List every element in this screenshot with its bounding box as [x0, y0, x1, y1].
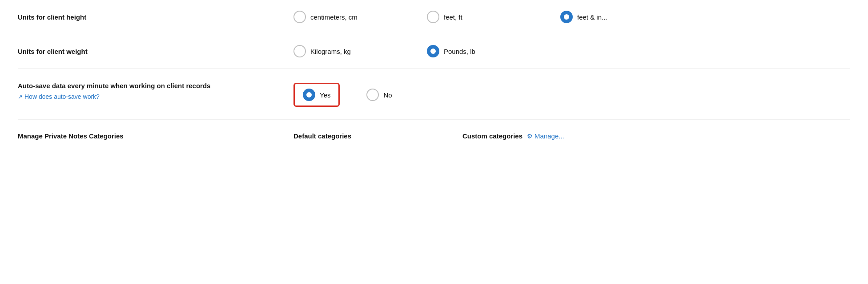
manage-link-text: Manage... — [534, 132, 564, 140]
height-cm-option[interactable]: centimeters, cm — [293, 11, 391, 23]
client-weight-options: Kilograms, kg Pounds, lb — [293, 45, 850, 57]
auto-save-label: Auto-save data every minute when working… — [18, 82, 210, 89]
weight-lb-label: Pounds, lb — [444, 48, 475, 55]
auto-save-no-radio[interactable] — [366, 89, 379, 101]
auto-save-label-col: Auto-save data every minute when working… — [18, 81, 293, 100]
auto-save-no-option[interactable]: No — [366, 89, 464, 101]
auto-save-yes-option[interactable]: Yes — [293, 83, 340, 107]
height-ftin-radio[interactable] — [560, 11, 573, 23]
auto-save-options: Yes No — [293, 81, 850, 107]
settings-container: Units for client height centimeters, cm … — [0, 0, 868, 145]
weight-lb-radio[interactable] — [427, 45, 439, 57]
height-ft-radio[interactable] — [427, 11, 439, 23]
default-categories-item: Default categories — [293, 132, 462, 140]
height-cm-radio[interactable] — [293, 11, 306, 23]
external-link-icon: ↗ — [18, 93, 23, 100]
manage-categories-label: Manage Private Notes Categories — [18, 132, 293, 140]
client-weight-row: Units for client weight Kilograms, kg Po… — [18, 34, 850, 69]
client-height-row: Units for client height centimeters, cm … — [18, 0, 850, 34]
client-height-options: centimeters, cm feet, ft feet & in... — [293, 11, 850, 23]
height-ftin-option[interactable]: feet & in... — [560, 11, 658, 23]
client-height-label: Units for client height — [18, 13, 86, 21]
auto-save-no-label: No — [383, 91, 392, 99]
manage-link[interactable]: ⚙ Manage... — [527, 132, 564, 140]
client-height-label-col: Units for client height — [18, 12, 293, 22]
client-weight-label-col: Units for client weight — [18, 47, 293, 56]
weight-kg-radio[interactable] — [293, 45, 306, 57]
weight-kg-option[interactable]: Kilograms, kg — [293, 45, 391, 57]
auto-save-link-text: How does auto-save work? — [24, 93, 100, 100]
height-ft-label: feet, ft — [444, 13, 462, 21]
auto-save-yes-label: Yes — [320, 91, 330, 99]
auto-save-row: Auto-save data every minute when working… — [18, 69, 850, 120]
custom-categories-group: Custom categories ⚙ Manage... — [462, 132, 564, 140]
client-weight-label: Units for client weight — [18, 48, 88, 55]
default-categories-label: Default categories — [293, 132, 351, 140]
auto-save-yes-radio[interactable] — [303, 89, 315, 101]
custom-categories-label: Custom categories — [462, 132, 522, 140]
weight-kg-label: Kilograms, kg — [310, 48, 351, 55]
gear-icon: ⚙ — [527, 133, 533, 140]
height-ftin-label: feet & in... — [577, 13, 607, 21]
categories-options: Default categories Custom categories ⚙ M… — [293, 132, 850, 140]
height-cm-label: centimeters, cm — [310, 13, 358, 21]
weight-lb-option[interactable]: Pounds, lb — [427, 45, 525, 57]
manage-categories-row: Manage Private Notes Categories Default … — [18, 120, 850, 145]
height-ft-option[interactable]: feet, ft — [427, 11, 525, 23]
auto-save-link[interactable]: ↗ How does auto-save work? — [18, 93, 100, 100]
